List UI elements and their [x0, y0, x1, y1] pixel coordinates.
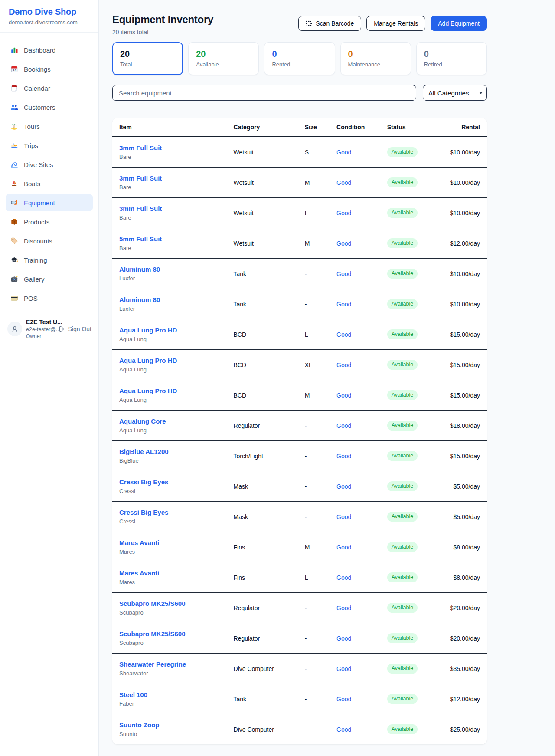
stat-card-total[interactable]: 20 Total [112, 42, 183, 75]
sidebar-item-equipment[interactable]: Equipment [6, 194, 93, 211]
table-row: Scubapro MK25/S600 Scubapro Regulator - … [112, 623, 487, 654]
sidebar-item-bookings[interactable]: 17 Bookings [6, 60, 93, 78]
item-size: L [298, 319, 330, 350]
item-link[interactable]: Mares Avanti [119, 539, 220, 547]
stat-card-rented[interactable]: 0 Rented [264, 42, 335, 75]
stat-card-maintenance[interactable]: 0 Maintenance [340, 42, 411, 75]
condition-link[interactable]: Good [336, 392, 351, 399]
condition-link[interactable]: Good [336, 605, 351, 611]
sidebar-item-gallery[interactable]: Gallery [6, 270, 93, 288]
filter-row: All Categories [112, 85, 487, 101]
item-link[interactable]: Scubapro MK25/S600 [119, 599, 220, 608]
item-link[interactable]: Steel 100 [119, 690, 220, 699]
table-row: Scubapro MK25/S600 Scubapro Regulator - … [112, 593, 487, 623]
item-link[interactable]: Cressi Big Eyes [119, 508, 220, 516]
condition-link[interactable]: Good [336, 635, 351, 642]
sidebar-item-label: Gallery [24, 276, 45, 283]
item-link[interactable]: Aqua Lung Pro HD [119, 326, 220, 334]
table-header-row: Item Category Size Condition Status Rent… [112, 118, 487, 137]
item-link[interactable]: BigBlue AL1200 [119, 447, 220, 456]
condition-link[interactable]: Good [336, 453, 351, 460]
sidebar-item-products[interactable]: Products [6, 213, 93, 230]
table-row: 3mm Full Suit Bare Wetsuit S Good Availa… [112, 137, 487, 168]
condition-link[interactable]: Good [336, 665, 351, 672]
sign-out-icon [59, 325, 65, 332]
item-brand: Bare [119, 184, 220, 191]
condition-link[interactable]: Good [336, 422, 351, 429]
search-input[interactable] [112, 85, 416, 101]
sidebar-item-label: POS [24, 295, 38, 302]
condition-link[interactable]: Good [336, 210, 351, 217]
item-link[interactable]: Aluminum 80 [119, 296, 220, 304]
sidebar-item-trips[interactable]: Trips [6, 137, 93, 154]
item-link[interactable]: Scubapro MK25/S600 [119, 630, 220, 638]
table-row: 3mm Full Suit Bare Wetsuit M Good Availa… [112, 168, 487, 198]
sidebar-item-customers[interactable]: Customers [6, 99, 93, 116]
manage-rentals-label: Manage Rentals [374, 20, 418, 27]
avatar [7, 322, 22, 336]
manage-rentals-button[interactable]: Manage Rentals [366, 16, 425, 31]
condition-link[interactable]: Good [336, 513, 351, 520]
item-link[interactable]: Aqualung Core [119, 417, 220, 425]
condition-link[interactable]: Good [336, 179, 351, 186]
rental-rate: $12.00/day [438, 684, 487, 714]
condition-link[interactable]: Good [336, 240, 351, 247]
category-select[interactable]: All Categories [423, 85, 487, 101]
scan-barcode-button[interactable]: Scan Barcode [298, 16, 361, 31]
table-row: Aqua Lung Pro HD Aqua Lung BCD L Good Av… [112, 319, 487, 350]
condition-link[interactable]: Good [336, 149, 351, 156]
status-badge: Available [387, 572, 418, 582]
item-link[interactable]: Aluminum 80 [119, 265, 220, 273]
item-link[interactable]: Aqua Lung Pro HD [119, 356, 220, 365]
item-link[interactable]: Cressi Big Eyes [119, 478, 220, 486]
item-link[interactable]: Mares Avanti [119, 569, 220, 577]
equipment-table: Item Category Size Condition Status Rent… [112, 118, 487, 744]
item-link[interactable]: 5mm Full Suit [119, 235, 220, 243]
sidebar-item-boats[interactable]: Boats [6, 175, 93, 192]
item-brand: Scubapro [119, 640, 220, 647]
item-link[interactable]: 3mm Full Suit [119, 144, 220, 152]
condition-link[interactable]: Good [336, 362, 351, 368]
condition-link[interactable]: Good [336, 270, 351, 277]
item-link[interactable]: Suunto Zoop [119, 721, 220, 729]
stat-card-retired[interactable]: 0 Retired [416, 42, 487, 75]
sidebar-item-training[interactable]: Training [6, 251, 93, 269]
stat-card-available[interactable]: 20 Available [188, 42, 259, 75]
item-category: BCD [227, 350, 298, 380]
item-link[interactable]: Shearwater Peregrine [119, 660, 220, 668]
item-category: Dive Computer [227, 654, 298, 684]
condition-link[interactable]: Good [336, 483, 351, 490]
condition-link[interactable]: Good [336, 331, 351, 338]
item-brand: BigBlue [119, 457, 220, 464]
sidebar-item-pos[interactable]: POS [6, 289, 93, 307]
sidebar-item-dashboard[interactable]: Dashboard [6, 41, 93, 59]
stat-label-available: Available [196, 61, 251, 68]
condition-link[interactable]: Good [336, 574, 351, 581]
dive-mask-icon [10, 199, 18, 207]
status-badge: Available [387, 238, 418, 248]
condition-link[interactable]: Good [336, 726, 351, 733]
condition-link[interactable]: Good [336, 544, 351, 551]
item-category: Fins [227, 562, 298, 593]
condition-link[interactable]: Good [336, 301, 351, 308]
rental-rate: $15.00/day [438, 380, 487, 411]
sidebar-item-calendar[interactable]: Calendar [6, 79, 93, 97]
rental-rate: $10.00/day [438, 259, 487, 289]
column-header-status: Status [380, 118, 438, 137]
condition-link[interactable]: Good [336, 696, 351, 703]
sidebar-item-dive-sites[interactable]: Dive Sites [6, 156, 93, 173]
item-size: - [298, 684, 330, 714]
sidebar-item-tours[interactable]: Tours [6, 118, 93, 135]
item-link[interactable]: 3mm Full Suit [119, 204, 220, 213]
item-category: Wetsuit [227, 198, 298, 228]
sign-out-button[interactable]: Sign Out [59, 325, 91, 332]
item-brand: Aqua Lung [119, 336, 220, 343]
item-link[interactable]: Aqua Lung Pro HD [119, 387, 220, 395]
item-size: - [298, 623, 330, 654]
item-link[interactable]: 3mm Full Suit [119, 174, 220, 182]
table-row: Aqua Lung Pro HD Aqua Lung BCD M Good Av… [112, 380, 487, 411]
add-equipment-button[interactable]: Add Equipment [431, 16, 487, 31]
sidebar-item-discounts[interactable]: Discounts [6, 232, 93, 250]
rental-rate: $10.00/day [438, 168, 487, 198]
rental-rate: $5.00/day [438, 471, 487, 502]
